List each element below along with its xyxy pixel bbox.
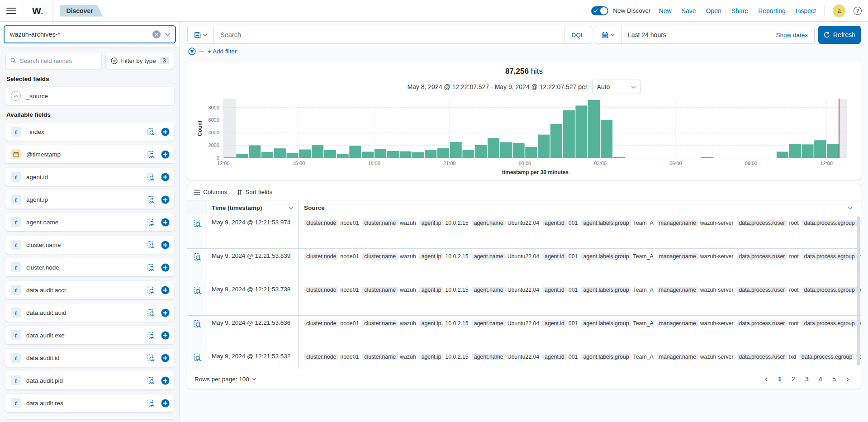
inspect-field-icon[interactable] bbox=[147, 128, 155, 136]
columns-button[interactable]: Columns bbox=[194, 189, 227, 195]
field-item-agentid[interactable]: tagent.id bbox=[5, 168, 174, 186]
field-item-agentip[interactable]: tagent.ip bbox=[5, 190, 174, 209]
field-badge: manager.name bbox=[657, 220, 698, 226]
field-badge: data.process.egroup bbox=[802, 320, 857, 327]
field-item-dataauditexe[interactable]: tdata.audit.exe bbox=[5, 326, 174, 344]
expand-document-icon[interactable] bbox=[193, 286, 201, 294]
time-range-value[interactable]: Last 24 hours bbox=[621, 31, 776, 38]
field-item-dataauditauid[interactable]: tdata.audit.auid bbox=[5, 303, 174, 322]
field-item-dataauditres[interactable]: tdata.audit.res bbox=[5, 394, 174, 412]
expand-document-icon[interactable] bbox=[193, 320, 201, 328]
add-field-icon[interactable] bbox=[161, 354, 170, 362]
add-field-icon[interactable] bbox=[161, 286, 170, 294]
field-item-clusternode[interactable]: tcluster.node bbox=[5, 258, 174, 276]
time-column-header[interactable]: Time (timestamp) bbox=[207, 200, 299, 215]
add-field-icon[interactable] bbox=[161, 218, 170, 227]
row-control-cell[interactable] bbox=[187, 316, 207, 349]
page-button-3[interactable]: 3 bbox=[801, 373, 813, 385]
add-field-icon[interactable] bbox=[161, 399, 170, 408]
add-field-icon[interactable] bbox=[161, 308, 170, 317]
page-button-1[interactable]: 1 bbox=[774, 373, 786, 385]
menu-icon[interactable] bbox=[6, 8, 16, 14]
inspect-field-icon[interactable] bbox=[147, 399, 155, 407]
add-filter-button[interactable]: + Add filter bbox=[208, 48, 237, 55]
rows-per-page-button[interactable]: Rows per page: 100 bbox=[194, 376, 256, 383]
header-link-inspect[interactable]: Inspect bbox=[796, 7, 816, 14]
show-dates-button[interactable]: Show dates bbox=[776, 32, 814, 38]
inspect-field-icon[interactable] bbox=[147, 354, 155, 362]
search-input[interactable] bbox=[220, 31, 558, 38]
next-page-button[interactable]: › bbox=[842, 373, 854, 385]
expand-document-icon[interactable] bbox=[193, 253, 201, 261]
refresh-button[interactable]: Refresh bbox=[818, 26, 861, 44]
add-field-icon[interactable] bbox=[161, 376, 170, 385]
header-link-save[interactable]: Save bbox=[682, 7, 696, 14]
breadcrumb[interactable]: Discover bbox=[60, 5, 103, 17]
prev-page-button[interactable]: ‹ bbox=[760, 373, 772, 385]
field-item-timestamp[interactable]: @timestamp bbox=[5, 145, 174, 163]
logo-dot: . bbox=[41, 5, 43, 16]
add-field-icon[interactable] bbox=[161, 195, 170, 204]
inspect-field-icon[interactable] bbox=[147, 241, 155, 249]
saved-query-menu-button[interactable] bbox=[188, 26, 214, 43]
fields-sidebar: wazuh-archives-* ✕ Filter by type 3 Sele… bbox=[0, 22, 180, 422]
avatar[interactable]: a bbox=[833, 5, 845, 17]
svg-text:00:00: 00:00 bbox=[519, 161, 531, 166]
row-control-cell[interactable] bbox=[187, 282, 207, 315]
inspect-field-icon[interactable] bbox=[147, 286, 155, 294]
header-link-reporting[interactable]: Reporting bbox=[758, 7, 786, 14]
expand-document-icon[interactable] bbox=[193, 353, 201, 361]
page-button-4[interactable]: 4 bbox=[815, 373, 826, 385]
add-field-icon[interactable] bbox=[161, 173, 170, 181]
source-column-header[interactable]: Source bbox=[299, 200, 861, 215]
inspect-field-icon[interactable] bbox=[147, 218, 155, 226]
table-scrollbar[interactable] bbox=[857, 216, 860, 365]
field-item-agentname[interactable]: tagent.name bbox=[5, 213, 174, 231]
interval-select[interactable]: Auto bbox=[592, 80, 641, 94]
page-button-2[interactable]: 2 bbox=[787, 373, 799, 385]
header-link-new[interactable]: New bbox=[659, 7, 672, 14]
field-item-dataauditid[interactable]: tdata.audit.id bbox=[5, 349, 174, 367]
page-button-5[interactable]: 5 bbox=[828, 373, 840, 385]
sort-fields-button[interactable]: Sort fields bbox=[237, 189, 272, 195]
clear-icon[interactable]: ✕ bbox=[152, 30, 161, 38]
field-search-field[interactable] bbox=[20, 57, 97, 64]
add-field-icon[interactable] bbox=[161, 241, 170, 249]
field-item-dataauditacct[interactable]: tdata.audit.acct bbox=[5, 281, 174, 299]
field-value: 10.0.2.15 bbox=[445, 354, 468, 360]
field-search-input[interactable] bbox=[5, 52, 102, 69]
header-link-share[interactable]: Share bbox=[731, 7, 748, 14]
inspect-field-icon[interactable] bbox=[147, 309, 155, 317]
field-item-index[interactable]: t_index bbox=[5, 123, 174, 141]
index-pattern-select[interactable]: wazuh-archives-* ✕ bbox=[4, 25, 176, 43]
add-field-icon[interactable] bbox=[161, 331, 170, 340]
help-icon[interactable]: ? bbox=[854, 7, 862, 15]
field-item-source[interactable]: </>_source bbox=[5, 87, 174, 105]
new-discover-toggle[interactable] bbox=[591, 6, 608, 15]
app-logo[interactable]: W. bbox=[23, 0, 53, 21]
histogram-chart[interactable]: 12:0015:0018:0021:0000:0003:0006:0009:00… bbox=[195, 96, 853, 179]
filter-by-type-button[interactable]: Filter by type 3 bbox=[105, 52, 174, 69]
inspect-field-icon[interactable] bbox=[147, 332, 155, 339]
field-item-clustername[interactable]: tcluster.name bbox=[5, 236, 174, 254]
inspect-field-icon[interactable] bbox=[147, 151, 155, 158]
add-field-icon[interactable] bbox=[161, 128, 170, 136]
inspect-field-icon[interactable] bbox=[147, 196, 155, 204]
inspect-field-icon[interactable] bbox=[147, 173, 155, 181]
global-filter-icon[interactable] bbox=[188, 47, 196, 55]
add-field-icon[interactable] bbox=[161, 263, 170, 272]
query-language-button[interactable]: DQL bbox=[564, 26, 591, 43]
field-item-dataauditpid[interactable]: tdata.audit.pid bbox=[5, 371, 174, 389]
inspect-field-icon[interactable] bbox=[147, 264, 155, 271]
row-control-cell[interactable] bbox=[187, 215, 207, 248]
field-value: 001 bbox=[569, 354, 578, 360]
inspect-field-icon[interactable] bbox=[147, 377, 155, 384]
row-control-cell[interactable] bbox=[187, 249, 207, 282]
time-column-label: Time (timestamp) bbox=[212, 204, 286, 211]
row-source: cluster.nodenode01cluster.namewazuhagent… bbox=[299, 282, 861, 315]
header-link-open[interactable]: Open bbox=[706, 7, 721, 14]
date-quick-menu-button[interactable] bbox=[595, 26, 621, 43]
add-field-icon[interactable] bbox=[161, 150, 170, 159]
row-control-cell[interactable] bbox=[187, 349, 207, 370]
expand-document-icon[interactable] bbox=[193, 219, 201, 228]
